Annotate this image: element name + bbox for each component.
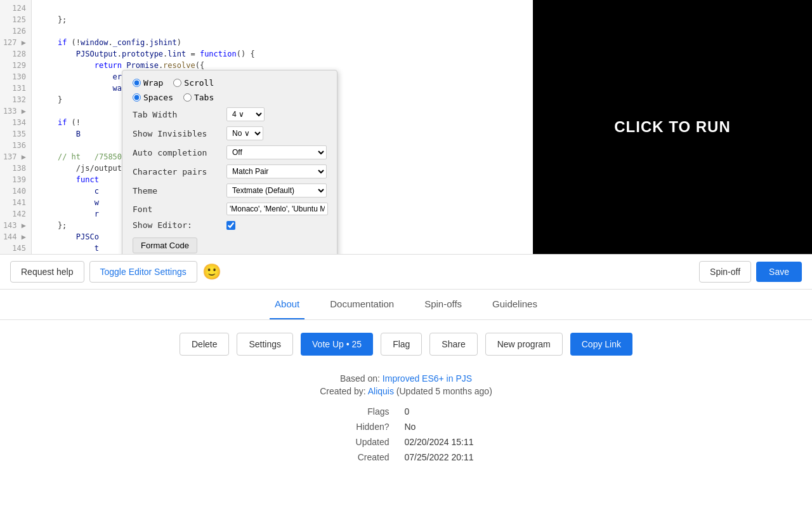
code-panel: 124 125 126 127 ▶ 128 129 130 131 132 13… <box>0 0 533 254</box>
created-label: Created <box>339 452 390 462</box>
hidden-value: No <box>405 422 416 432</box>
info-table: Flags 0 Hidden? No Updated 02/20/2024 15… <box>339 404 474 465</box>
vote-button[interactable]: Vote Up • 25 <box>301 333 373 356</box>
format-code-row: Format Code <box>133 235 327 253</box>
updated-text: (Updated 5 months ago) <box>396 386 492 396</box>
wrap-radio[interactable] <box>133 79 141 87</box>
copy-link-button[interactable]: Copy Link <box>570 333 632 356</box>
character-pairs-row: Character pairs Match Pair None <box>133 164 327 178</box>
editor-container: 124 125 126 127 ▶ 128 129 130 131 132 13… <box>0 0 812 254</box>
auto-completion-select[interactable]: Off On <box>226 145 327 159</box>
based-on-link[interactable]: Improved ES6+ in PJS <box>383 373 472 384</box>
info-section: Based on: Improved ES6+ in PJS Created b… <box>0 368 812 475</box>
flags-value: 0 <box>405 406 410 417</box>
flags-label: Flags <box>339 406 390 417</box>
created-by-label: Created by: <box>320 386 365 396</box>
show-invisibles-row: Show Invisibles No ∨ Yes <box>133 126 327 140</box>
tabs-radio-label[interactable]: Tabs <box>183 93 214 102</box>
toolbar-left: Request help Toggle Editor Settings 🙂 <box>10 261 694 283</box>
action-buttons: Delete Settings Vote Up • 25 Flag Share … <box>0 320 812 368</box>
tab-width-row: Tab Width 4 ∨ <box>133 107 327 121</box>
share-button[interactable]: Share <box>429 333 477 356</box>
flags-row: Flags 0 <box>339 404 474 419</box>
updated-row: Updated 02/20/2024 15:11 <box>339 434 474 450</box>
toolbar-right: Spin-off Save <box>699 261 802 283</box>
delete-button[interactable]: Delete <box>180 333 229 356</box>
auto-completion-label: Auto completion <box>133 148 221 157</box>
based-on-line: Based on: Improved ES6+ in PJS <box>10 373 802 384</box>
wrap-label: Wrap <box>143 78 163 88</box>
created-row: Created 07/25/2022 20:11 <box>339 450 474 465</box>
based-on-label: Based on: <box>340 373 380 384</box>
created-value: 07/25/2022 20:11 <box>405 452 474 462</box>
tab-width-select[interactable]: 4 ∨ <box>226 107 265 121</box>
format-code-button[interactable]: Format Code <box>133 237 197 253</box>
hidden-row: Hidden? No <box>339 419 474 434</box>
flag-button[interactable]: Flag <box>381 333 422 356</box>
tabs-section: About Documentation Spin-offs Guidelines… <box>0 289 812 475</box>
wrap-scroll-group: Wrap Scroll <box>133 78 214 88</box>
request-help-button[interactable]: Request help <box>10 261 84 283</box>
spaces-radio-label[interactable]: Spaces <box>133 93 173 102</box>
font-row: Font <box>133 203 327 215</box>
spin-off-button[interactable]: Spin-off <box>699 261 751 283</box>
save-button[interactable]: Save <box>756 262 802 282</box>
auto-completion-row: Auto completion Off On <box>133 145 327 159</box>
line-numbers: 124 125 126 127 ▶ 128 129 130 131 132 13… <box>0 0 32 254</box>
font-input[interactable] <box>226 203 328 215</box>
run-panel-text: CLICK TO RUN <box>614 118 731 136</box>
theme-select[interactable]: Textmate (Default) Monokai <box>226 184 327 197</box>
theme-label: Theme <box>133 186 221 196</box>
show-invisibles-label: Show Invisibles <box>133 129 221 138</box>
settings-button[interactable]: Settings <box>237 333 293 356</box>
tab-guidelines[interactable]: Guidelines <box>487 290 542 319</box>
tabs-nav: About Documentation Spin-offs Guidelines <box>0 290 812 320</box>
created-by-link[interactable]: Aliquis <box>368 386 394 396</box>
show-editor-label: Show Editor: <box>133 220 221 230</box>
font-label: Font <box>133 204 221 214</box>
tab-documentation[interactable]: Documentation <box>325 290 399 319</box>
wrap-radio-label[interactable]: Wrap <box>133 78 163 88</box>
updated-value: 02/20/2024 15:11 <box>405 437 474 447</box>
tabs-radio[interactable] <box>183 93 192 102</box>
updated-label: Updated <box>339 437 390 447</box>
theme-row: Theme Textmate (Default) Monokai <box>133 184 327 197</box>
tab-about[interactable]: About <box>270 290 304 319</box>
scroll-label: Scroll <box>184 78 214 88</box>
character-pairs-select[interactable]: Match Pair None <box>226 164 327 178</box>
hidden-label: Hidden? <box>339 422 390 432</box>
toggle-editor-button[interactable]: Toggle Editor Settings <box>89 261 197 283</box>
tabs-label: Tabs <box>194 93 214 102</box>
spaces-radio[interactable] <box>133 93 141 102</box>
character-pairs-label: Character pairs <box>133 167 221 177</box>
tab-spinoffs[interactable]: Spin-offs <box>419 290 467 319</box>
spaces-tabs-row: Spaces Tabs <box>133 93 327 102</box>
wrap-scroll-row: Wrap Scroll <box>133 78 327 88</box>
tab-width-label: Tab Width <box>133 110 221 119</box>
spaces-label: Spaces <box>143 93 173 102</box>
show-editor-row: Show Editor: <box>133 220 327 230</box>
new-program-button[interactable]: New program <box>485 333 563 356</box>
spaces-tabs-group: Spaces Tabs <box>133 93 214 102</box>
run-panel[interactable]: CLICK TO RUN <box>533 0 812 254</box>
scroll-radio[interactable] <box>173 79 181 87</box>
scroll-radio-label[interactable]: Scroll <box>173 78 214 88</box>
settings-popup: Wrap Scroll Spaces T <box>122 70 337 254</box>
created-by-line: Created by: Aliquis (Updated 5 months ag… <box>10 386 802 396</box>
toolbar: Request help Toggle Editor Settings 🙂 Sp… <box>0 254 812 289</box>
show-editor-checkbox[interactable] <box>226 221 235 230</box>
smiley-icon[interactable]: 🙂 <box>202 263 221 281</box>
show-invisibles-select[interactable]: No ∨ Yes <box>226 126 263 140</box>
